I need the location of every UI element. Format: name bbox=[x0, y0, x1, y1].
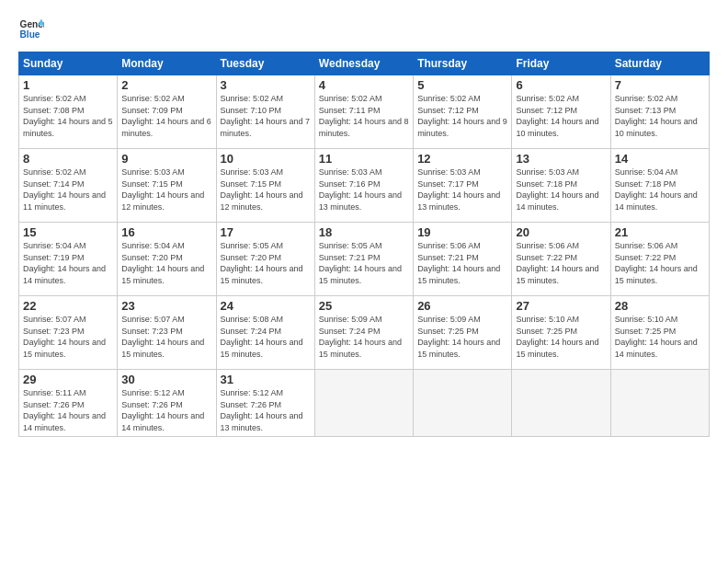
logo: General Blue bbox=[18, 17, 48, 42]
calendar-cell: 18Sunrise: 5:05 AMSunset: 7:21 PMDayligh… bbox=[314, 223, 413, 296]
calendar-cell bbox=[512, 370, 610, 437]
day-number: 2 bbox=[121, 78, 211, 92]
calendar-cell: 26Sunrise: 5:09 AMSunset: 7:25 PMDayligh… bbox=[414, 296, 512, 370]
day-number: 22 bbox=[23, 299, 113, 313]
day-number: 24 bbox=[221, 299, 311, 313]
day-number: 12 bbox=[417, 152, 507, 166]
day-number: 7 bbox=[615, 78, 705, 92]
calendar-cell: 20Sunrise: 5:06 AMSunset: 7:22 PMDayligh… bbox=[512, 223, 610, 296]
day-info: Sunrise: 5:02 AMSunset: 7:12 PMDaylight:… bbox=[516, 93, 606, 139]
day-info: Sunrise: 5:11 AMSunset: 7:26 PMDaylight:… bbox=[23, 387, 113, 433]
day-info: Sunrise: 5:12 AMSunset: 7:26 PMDaylight:… bbox=[121, 387, 211, 433]
calendar-cell bbox=[610, 370, 709, 437]
page: General Blue SundayMondayTuesdayWednesda… bbox=[0, 0, 728, 563]
week-row-4: 22Sunrise: 5:07 AMSunset: 7:23 PMDayligh… bbox=[19, 296, 710, 370]
day-number: 6 bbox=[516, 78, 606, 92]
calendar-cell bbox=[314, 370, 413, 437]
svg-text:Blue: Blue bbox=[20, 29, 40, 40]
calendar-cell: 13Sunrise: 5:03 AMSunset: 7:18 PMDayligh… bbox=[512, 149, 610, 223]
day-info: Sunrise: 5:04 AMSunset: 7:18 PMDaylight:… bbox=[615, 167, 705, 213]
calendar: SundayMondayTuesdayWednesdayThursdayFrid… bbox=[18, 52, 710, 437]
day-number: 31 bbox=[221, 373, 311, 386]
day-info: Sunrise: 5:09 AMSunset: 7:24 PMDaylight:… bbox=[319, 314, 409, 360]
week-row-1: 1Sunrise: 5:02 AMSunset: 7:08 PMDaylight… bbox=[19, 75, 710, 149]
day-info: Sunrise: 5:05 AMSunset: 7:20 PMDaylight:… bbox=[221, 240, 311, 286]
day-info: Sunrise: 5:10 AMSunset: 7:25 PMDaylight:… bbox=[615, 314, 705, 360]
day-info: Sunrise: 5:02 AMSunset: 7:12 PMDaylight:… bbox=[417, 93, 507, 139]
calendar-cell: 15Sunrise: 5:04 AMSunset: 7:19 PMDayligh… bbox=[19, 223, 118, 296]
weekday-header-friday: Friday bbox=[512, 52, 610, 75]
day-info: Sunrise: 5:10 AMSunset: 7:25 PMDaylight:… bbox=[516, 314, 606, 360]
day-number: 17 bbox=[221, 225, 311, 239]
calendar-cell: 17Sunrise: 5:05 AMSunset: 7:20 PMDayligh… bbox=[216, 223, 314, 296]
day-info: Sunrise: 5:07 AMSunset: 7:23 PMDaylight:… bbox=[121, 314, 211, 360]
day-number: 18 bbox=[319, 225, 409, 239]
day-info: Sunrise: 5:03 AMSunset: 7:15 PMDaylight:… bbox=[121, 167, 211, 213]
day-number: 3 bbox=[221, 78, 311, 92]
day-number: 11 bbox=[319, 152, 409, 166]
calendar-cell: 2Sunrise: 5:02 AMSunset: 7:09 PMDaylight… bbox=[118, 75, 216, 149]
day-number: 19 bbox=[417, 225, 507, 239]
calendar-cell: 1Sunrise: 5:02 AMSunset: 7:08 PMDaylight… bbox=[19, 75, 118, 149]
calendar-cell: 31Sunrise: 5:12 AMSunset: 7:26 PMDayligh… bbox=[216, 370, 314, 437]
day-number: 30 bbox=[121, 373, 211, 386]
calendar-cell: 6Sunrise: 5:02 AMSunset: 7:12 PMDaylight… bbox=[512, 75, 610, 149]
weekday-header-sunday: Sunday bbox=[19, 52, 118, 75]
day-info: Sunrise: 5:02 AMSunset: 7:08 PMDaylight:… bbox=[23, 93, 113, 139]
day-number: 10 bbox=[221, 152, 311, 166]
weekday-header-wednesday: Wednesday bbox=[314, 52, 413, 75]
calendar-cell bbox=[414, 370, 512, 437]
day-number: 4 bbox=[319, 78, 409, 92]
day-info: Sunrise: 5:06 AMSunset: 7:22 PMDaylight:… bbox=[516, 240, 606, 286]
day-info: Sunrise: 5:02 AMSunset: 7:10 PMDaylight:… bbox=[221, 93, 311, 139]
day-info: Sunrise: 5:12 AMSunset: 7:26 PMDaylight:… bbox=[221, 387, 311, 433]
calendar-cell: 29Sunrise: 5:11 AMSunset: 7:26 PMDayligh… bbox=[19, 370, 118, 437]
day-number: 8 bbox=[23, 152, 113, 166]
day-number: 15 bbox=[23, 225, 113, 239]
day-number: 9 bbox=[121, 152, 211, 166]
week-row-2: 8Sunrise: 5:02 AMSunset: 7:14 PMDaylight… bbox=[19, 149, 710, 223]
calendar-cell: 28Sunrise: 5:10 AMSunset: 7:25 PMDayligh… bbox=[610, 296, 709, 370]
day-info: Sunrise: 5:03 AMSunset: 7:16 PMDaylight:… bbox=[319, 167, 409, 213]
day-info: Sunrise: 5:04 AMSunset: 7:20 PMDaylight:… bbox=[121, 240, 211, 286]
calendar-cell: 23Sunrise: 5:07 AMSunset: 7:23 PMDayligh… bbox=[118, 296, 216, 370]
day-number: 26 bbox=[417, 299, 507, 313]
day-number: 16 bbox=[121, 225, 211, 239]
day-info: Sunrise: 5:07 AMSunset: 7:23 PMDaylight:… bbox=[23, 314, 113, 360]
logo-icon: General Blue bbox=[18, 17, 44, 42]
day-number: 28 bbox=[615, 299, 705, 313]
day-info: Sunrise: 5:03 AMSunset: 7:17 PMDaylight:… bbox=[417, 167, 507, 213]
day-info: Sunrise: 5:03 AMSunset: 7:18 PMDaylight:… bbox=[516, 167, 606, 213]
day-info: Sunrise: 5:03 AMSunset: 7:15 PMDaylight:… bbox=[221, 167, 311, 213]
calendar-cell: 11Sunrise: 5:03 AMSunset: 7:16 PMDayligh… bbox=[314, 149, 413, 223]
day-info: Sunrise: 5:05 AMSunset: 7:21 PMDaylight:… bbox=[319, 240, 409, 286]
day-info: Sunrise: 5:02 AMSunset: 7:14 PMDaylight:… bbox=[23, 167, 113, 213]
calendar-cell: 4Sunrise: 5:02 AMSunset: 7:11 PMDaylight… bbox=[314, 75, 413, 149]
calendar-cell: 5Sunrise: 5:02 AMSunset: 7:12 PMDaylight… bbox=[414, 75, 512, 149]
calendar-cell: 16Sunrise: 5:04 AMSunset: 7:20 PMDayligh… bbox=[118, 223, 216, 296]
day-info: Sunrise: 5:02 AMSunset: 7:13 PMDaylight:… bbox=[615, 93, 705, 139]
day-number: 1 bbox=[23, 78, 113, 92]
day-number: 5 bbox=[417, 78, 507, 92]
day-number: 29 bbox=[23, 373, 113, 386]
week-row-5: 29Sunrise: 5:11 AMSunset: 7:26 PMDayligh… bbox=[19, 370, 710, 437]
day-number: 23 bbox=[121, 299, 211, 313]
day-number: 14 bbox=[615, 152, 705, 166]
day-number: 13 bbox=[516, 152, 606, 166]
calendar-cell: 30Sunrise: 5:12 AMSunset: 7:26 PMDayligh… bbox=[118, 370, 216, 437]
day-number: 27 bbox=[516, 299, 606, 313]
day-number: 20 bbox=[516, 225, 606, 239]
weekday-header-tuesday: Tuesday bbox=[216, 52, 314, 75]
day-info: Sunrise: 5:08 AMSunset: 7:24 PMDaylight:… bbox=[221, 314, 311, 360]
calendar-cell: 12Sunrise: 5:03 AMSunset: 7:17 PMDayligh… bbox=[414, 149, 512, 223]
header: General Blue bbox=[18, 17, 710, 42]
calendar-cell: 27Sunrise: 5:10 AMSunset: 7:25 PMDayligh… bbox=[512, 296, 610, 370]
week-row-3: 15Sunrise: 5:04 AMSunset: 7:19 PMDayligh… bbox=[19, 223, 710, 296]
day-number: 25 bbox=[319, 299, 409, 313]
day-number: 21 bbox=[615, 225, 705, 239]
calendar-cell: 10Sunrise: 5:03 AMSunset: 7:15 PMDayligh… bbox=[216, 149, 314, 223]
calendar-cell: 25Sunrise: 5:09 AMSunset: 7:24 PMDayligh… bbox=[314, 296, 413, 370]
calendar-cell: 14Sunrise: 5:04 AMSunset: 7:18 PMDayligh… bbox=[610, 149, 709, 223]
calendar-cell: 22Sunrise: 5:07 AMSunset: 7:23 PMDayligh… bbox=[19, 296, 118, 370]
weekday-header-thursday: Thursday bbox=[414, 52, 512, 75]
